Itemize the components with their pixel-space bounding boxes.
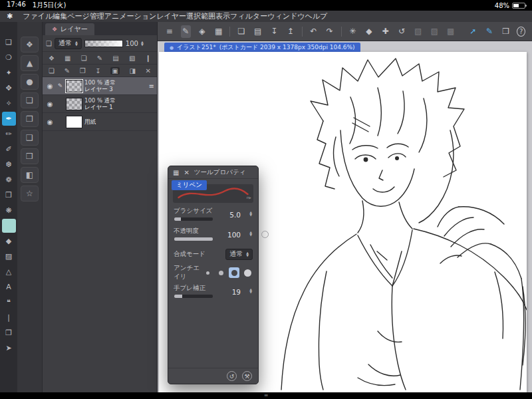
ruler-range-icon[interactable]: ▤ bbox=[112, 55, 118, 62]
menu-item[interactable]: 表示 bbox=[215, 12, 230, 21]
divider-2[interactable] bbox=[302, 27, 303, 37]
menu-item[interactable]: 選択範囲 bbox=[186, 12, 215, 21]
blend-tool-icon[interactable]: ❋ bbox=[2, 203, 16, 217]
reset-defaults-icon[interactable]: ↺ bbox=[227, 371, 237, 381]
pencil-tool-icon[interactable]: ✏ bbox=[2, 127, 16, 141]
operation-tool-icon[interactable]: ➤ bbox=[2, 341, 16, 355]
share-icon[interactable]: ↥ bbox=[285, 25, 296, 38]
frame-border-tool-icon[interactable]: ❐ bbox=[2, 326, 16, 340]
visibility-eye-icon[interactable]: ◉ bbox=[45, 100, 55, 108]
auto-select-tool-icon[interactable]: ✦ bbox=[2, 66, 16, 80]
subtool-deck-4[interactable]: ❒ bbox=[21, 148, 39, 164]
clear-icon[interactable]: ✳ bbox=[347, 25, 358, 38]
ruler-tool-icon[interactable]: ❘ bbox=[2, 311, 16, 325]
aa-strong-icon[interactable] bbox=[242, 267, 253, 278]
layer-row-layer3[interactable]: ◉ ✎ 100 % 通常 レイヤー 3 ≡ bbox=[43, 77, 157, 95]
blend-mode-select[interactable]: 通常 ▲▼ bbox=[55, 38, 82, 49]
clip-studio-logo[interactable]: ✱ bbox=[7, 12, 13, 21]
gradient-tool-icon[interactable]: ▨ bbox=[2, 249, 16, 263]
paper-thumbnail[interactable] bbox=[66, 116, 82, 128]
clip-to-layer-icon[interactable]: ❏ bbox=[81, 55, 87, 62]
draft-layer-icon[interactable]: ✎ bbox=[97, 55, 102, 62]
opacity-slider[interactable] bbox=[174, 237, 213, 241]
current-subtool-badge[interactable]: ミリペン bbox=[172, 180, 207, 190]
save-icon[interactable]: ↧ bbox=[269, 25, 279, 38]
blend-through-icon[interactable]: ❖ bbox=[49, 55, 55, 62]
divider-3[interactable] bbox=[341, 27, 342, 37]
vector-pen-icon[interactable]: ✎ bbox=[484, 25, 495, 38]
layer-menu-icon[interactable]: ≡ bbox=[149, 82, 154, 90]
layer-thumbnail[interactable] bbox=[66, 98, 82, 110]
aa-weak-icon[interactable] bbox=[215, 267, 226, 278]
layer-opacity-slider[interactable] bbox=[84, 40, 123, 47]
fill-icon[interactable]: ◆ bbox=[364, 25, 374, 38]
balloon-tool-icon[interactable]: ❝ bbox=[2, 295, 16, 309]
subtool-shape-group[interactable]: ▲ bbox=[21, 55, 39, 71]
subtool-favorites[interactable]: ☆ bbox=[21, 186, 39, 201]
subtool-deck-3[interactable]: ❑ bbox=[21, 130, 39, 146]
vector-line-icon[interactable]: ➚ bbox=[468, 25, 479, 38]
panel-close-icon[interactable]: ✕ bbox=[184, 169, 189, 176]
menu-item[interactable]: ファイル bbox=[23, 12, 53, 21]
new-folder-icon[interactable]: ❐ bbox=[80, 67, 86, 74]
new-raster-layer-icon[interactable]: ❏ bbox=[49, 67, 55, 74]
menu-item[interactable]: 編集 bbox=[53, 12, 67, 21]
fill-tool-icon[interactable]: ◆ bbox=[2, 234, 16, 248]
home-indicator-handle[interactable]: ≡ bbox=[264, 393, 269, 398]
open-file-icon[interactable]: ▤ bbox=[253, 25, 263, 38]
select-mode-icon[interactable]: ◈ bbox=[197, 25, 207, 38]
new-vector-layer-icon[interactable]: ✎ bbox=[65, 67, 70, 74]
merge-down-icon[interactable]: ▣ bbox=[110, 67, 119, 74]
brush-stroke-preview[interactable]: ミリペン ✑ bbox=[173, 184, 253, 203]
menu-item[interactable]: フィルター bbox=[230, 12, 267, 21]
airbrush-tool-icon[interactable]: ❆ bbox=[2, 158, 16, 172]
menu-item[interactable]: ヘルプ bbox=[305, 12, 327, 21]
sub-view-icon[interactable]: ❒ bbox=[501, 25, 511, 38]
menu-item[interactable]: ウィンドウ bbox=[267, 12, 305, 21]
workspace-grid-icon[interactable]: ▦ bbox=[213, 25, 224, 38]
lock-layer-icon[interactable]: ❙ bbox=[146, 55, 151, 62]
snap-icon[interactable]: ✚ bbox=[380, 25, 391, 38]
main-menu-icon[interactable]: ≡ bbox=[164, 25, 175, 38]
layer-thumbnail[interactable] bbox=[66, 80, 82, 92]
layer-opacity-stepper[interactable]: ▲▼ bbox=[141, 41, 144, 46]
brush-size-stepper[interactable]: ▲▼ bbox=[249, 211, 252, 216]
blend-mode-stepper[interactable]: ▲▼ bbox=[75, 41, 78, 46]
layer-row-layer1[interactable]: ◉ 100 % 通常 レイヤー 1 bbox=[43, 95, 157, 113]
tool-blend-mode-select[interactable]: 通常 ▲▼ bbox=[225, 249, 253, 260]
tool-settings-icon[interactable]: ⚒ bbox=[242, 371, 252, 381]
aa-middle-icon[interactable] bbox=[229, 267, 239, 278]
subtool-layers[interactable]: ◧ bbox=[21, 167, 39, 183]
subtool-deck-2[interactable]: ❐ bbox=[21, 111, 39, 127]
tool-blend-mode-stepper[interactable]: ▲▼ bbox=[246, 251, 249, 257]
brush-size-slider[interactable] bbox=[174, 217, 213, 221]
stabilization-stepper[interactable]: ▲▼ bbox=[249, 288, 252, 293]
panel-grid-icon[interactable]: ▦ bbox=[173, 169, 179, 176]
delete-layer-icon[interactable]: ✕ bbox=[146, 67, 151, 74]
divider-1[interactable] bbox=[229, 27, 230, 37]
help-icon[interactable]: ? bbox=[517, 27, 525, 37]
subtool-deck-1[interactable]: ❏ bbox=[21, 92, 39, 108]
selection-tool-icon[interactable]: ❏ bbox=[2, 35, 16, 49]
grid-overlay-icon[interactable]: ▨ bbox=[429, 25, 440, 38]
subtool-round-group[interactable]: ● bbox=[21, 74, 39, 90]
opacity-dynamics-icon[interactable] bbox=[261, 231, 269, 238]
layer-row-paper[interactable]: ◉ 用紙 bbox=[43, 113, 157, 131]
visibility-eye-icon[interactable]: ◉ bbox=[45, 82, 55, 90]
opacity-stepper[interactable]: ▲▼ bbox=[249, 231, 252, 236]
flip-icon[interactable]: ▧ bbox=[413, 25, 424, 38]
lasso-tool-icon[interactable]: ❍ bbox=[2, 51, 16, 65]
text-tool-icon[interactable]: A bbox=[2, 280, 16, 294]
menu-item[interactable]: レイヤー bbox=[156, 12, 186, 21]
eyedropper-tool-icon[interactable]: ✧ bbox=[2, 96, 16, 110]
move-tool-icon[interactable]: ✥ bbox=[2, 81, 16, 95]
menu-item[interactable]: ページ管理 bbox=[67, 12, 104, 21]
stabilization-slider[interactable] bbox=[174, 295, 213, 298]
aa-none-icon[interactable] bbox=[202, 267, 213, 278]
layer-mask-icon[interactable]: ◨ bbox=[129, 67, 135, 74]
document-title-tab[interactable]: ● イラスト251* (ポストカード 2039 x 1378px 350dpi … bbox=[164, 43, 360, 53]
new-canvas-icon[interactable]: ❏ bbox=[236, 25, 247, 38]
selection-layer-swatch-icon[interactable]: ■ bbox=[2, 219, 16, 233]
material-panel-icon[interactable]: ▩ bbox=[446, 25, 456, 38]
eraser-tool-icon[interactable]: ❒ bbox=[2, 188, 16, 202]
